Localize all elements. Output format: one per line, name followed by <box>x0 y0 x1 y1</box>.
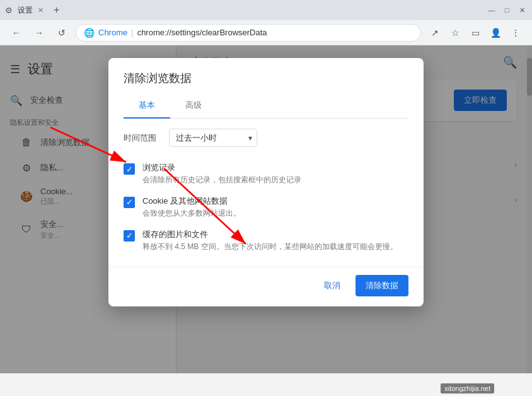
profile-btn[interactable]: 👤 <box>487 24 504 42</box>
checkbox-history-title: 浏览记录 <box>142 162 408 173</box>
dialog-title: 清除浏览数据 <box>124 71 408 86</box>
reload-btn[interactable]: ↺ <box>53 24 71 42</box>
dialog-tab-basic[interactable]: 基本 <box>124 93 170 119</box>
address-bar: ← → ↺ 🌐 Chrome | chrome://settings/clear… <box>0 20 532 45</box>
tab-title-text: 设置 <box>18 5 33 16</box>
checkbox-cache: ✓ 缓存的图片和文件 释放不到 4.5 MB 空间。当您下次访问时，某些网站的加… <box>124 224 408 257</box>
dialog-tab-advanced[interactable]: 高级 <box>170 93 217 119</box>
page-content: ☰ 设置 🔍 安全检查 隐私设置和安全 🗑 清除浏览数据 ⚙ 隐私... 🍪 C… <box>0 45 532 373</box>
share-btn[interactable]: ↗ <box>426 24 444 42</box>
checkbox-cookies-input[interactable]: ✓ <box>124 197 135 208</box>
checkbox-history-desc: 会清除所有历史记录，包括搜索框中的历史记录 <box>142 175 408 185</box>
checkbox-history-input[interactable]: ✓ <box>124 163 135 175</box>
checkbox-cache-title: 缓存的图片和文件 <box>142 229 408 240</box>
time-range-label: 时间范围 <box>124 132 161 144</box>
chrome-label: Chrome <box>98 28 127 37</box>
modal-overlay: 清除浏览数据 基本 高级 时间范围 过去一小时 <box>0 45 532 373</box>
time-range-select-wrapper: 过去一小时 过去24小时 过去7天 过去4周 全部时间 <box>169 129 257 147</box>
checkbox-cache-input[interactable]: ✓ <box>124 230 135 242</box>
time-range-row: 时间范围 过去一小时 过去24小时 过去7天 过去4周 全部时间 <box>124 129 408 147</box>
minimize-btn[interactable]: — <box>487 5 497 15</box>
clear-data-dialog: 清除浏览数据 基本 高级 时间范围 过去一小时 <box>108 58 424 306</box>
new-tab-btn[interactable]: + <box>54 4 59 16</box>
checkbox-cookies-title: Cookie 及其他网站数据 <box>142 195 408 207</box>
dialog-header: 清除浏览数据 基本 高级 <box>108 58 424 119</box>
forward-btn[interactable]: → <box>30 24 48 42</box>
address-actions: ↗ ☆ ▭ 👤 ⋮ <box>426 24 524 42</box>
bookmark-btn[interactable]: ☆ <box>446 24 464 42</box>
back-btn[interactable]: ← <box>8 24 25 42</box>
checkbox-cache-desc: 释放不到 4.5 MB 空间。当您下次访问时，某些网站的加载速度可能会更慢。 <box>142 242 408 252</box>
watermark: xitongzhijia.net <box>441 383 494 393</box>
title-bar: ⚙ 设置 ✕ + — □ ✕ <box>0 0 532 20</box>
time-range-select[interactable]: 过去一小时 过去24小时 过去7天 过去4周 全部时间 <box>169 129 257 147</box>
address-input[interactable]: 🌐 Chrome | chrome://settings/clearBrowse… <box>76 24 421 42</box>
clear-button[interactable]: 清除数据 <box>356 275 408 296</box>
reader-btn[interactable]: ▭ <box>466 24 484 42</box>
menu-btn[interactable]: ⋮ <box>507 24 524 42</box>
dialog-actions: 取消 清除数据 <box>108 267 424 306</box>
checkbox-cookies: ✓ Cookie 及其他网站数据 会致使您从大多数网站退出。 <box>124 190 408 224</box>
dialog-tabs: 基本 高级 <box>124 93 408 119</box>
tab-close-btn[interactable]: ✕ <box>38 6 43 15</box>
tab-icon: ⚙ <box>5 6 13 15</box>
dialog-body: 时间范围 过去一小时 过去24小时 过去7天 过去4周 全部时间 <box>108 119 424 267</box>
url-text: chrome://settings/clearBrowserData <box>137 28 267 37</box>
checkbox-history: ✓ 浏览记录 会清除所有历史记录，包括搜索框中的历史记录 <box>124 157 408 190</box>
close-btn[interactable]: ✕ <box>517 5 527 15</box>
checkbox-cookies-desc: 会致使您从大多数网站退出。 <box>142 208 408 219</box>
maximize-btn[interactable]: □ <box>502 5 512 15</box>
url-separator: | <box>131 28 133 37</box>
cancel-button[interactable]: 取消 <box>314 275 350 296</box>
